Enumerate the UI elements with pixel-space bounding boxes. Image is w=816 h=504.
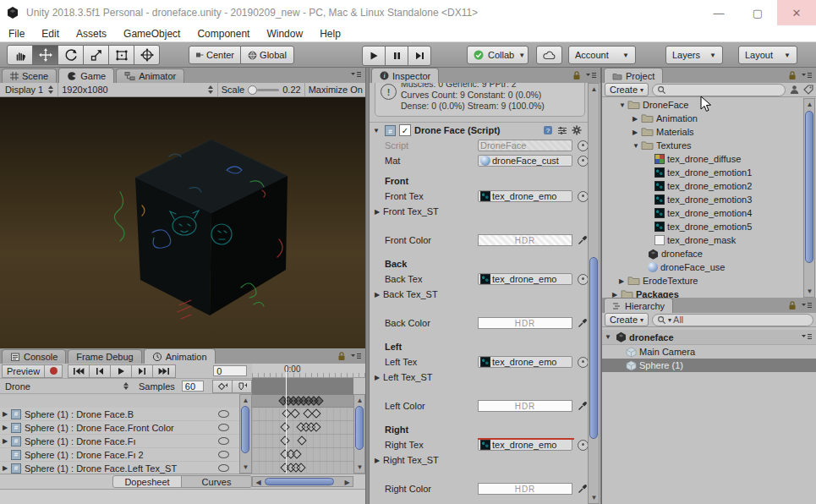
goto-end-button[interactable] bbox=[152, 364, 176, 378]
pause-button[interactable] bbox=[385, 46, 408, 66]
foldout-closed-icon[interactable]: ▶ bbox=[375, 208, 383, 216]
timeline-ruler[interactable]: 0:00 bbox=[252, 364, 365, 378]
scroll-up-icon[interactable]: ▲ bbox=[590, 85, 598, 93]
record-button[interactable] bbox=[44, 364, 63, 378]
scroll-down-icon[interactable]: ▼ bbox=[590, 494, 598, 501]
keyframe-diamond[interactable] bbox=[280, 422, 289, 431]
hierarchy-item-sphere-1-[interactable]: Sphere (1) bbox=[602, 359, 816, 372]
object-field[interactable]: DroneFace bbox=[478, 140, 572, 151]
scroll-down-icon[interactable]: ▼ bbox=[806, 288, 813, 295]
object-field[interactable]: tex_drone_emo bbox=[478, 190, 572, 202]
close-button[interactable]: ✕ bbox=[777, 0, 816, 25]
scroll-up-icon[interactable]: ▲ bbox=[356, 397, 364, 404]
keyframe-diamond[interactable] bbox=[297, 436, 306, 445]
panel-menu-icon[interactable] bbox=[350, 70, 362, 79]
keyframe-diamond[interactable] bbox=[280, 436, 289, 445]
foldout-closed-icon[interactable]: ▶ bbox=[633, 129, 641, 136]
component-header[interactable]: ▼ # ✓ Drone Face (Script) ? bbox=[370, 122, 589, 138]
project-item-ErodeTexture[interactable]: ▶ErodeTexture bbox=[602, 274, 802, 288]
layers-dropdown[interactable]: Layers ▼ bbox=[665, 46, 723, 64]
goto-start-button[interactable] bbox=[68, 364, 90, 378]
maximize-button[interactable]: ▢ bbox=[738, 0, 777, 25]
playhead[interactable] bbox=[286, 366, 287, 485]
scroll-down-icon[interactable]: ▼ bbox=[356, 463, 364, 471]
panel-menu-icon[interactable] bbox=[585, 71, 597, 79]
foldout-closed-icon[interactable]: ▶ bbox=[3, 464, 11, 472]
project-item-tex_drone_emotion1[interactable]: tex_drone_emotion1 bbox=[602, 166, 802, 179]
foldout-closed-icon[interactable]: ▶ bbox=[375, 291, 383, 299]
tab-game[interactable]: Game bbox=[58, 68, 114, 83]
scrollbar-thumb[interactable] bbox=[355, 406, 364, 450]
hand-tool-button[interactable] bbox=[7, 45, 33, 65]
foldout-closed-icon[interactable]: ▶ bbox=[619, 277, 627, 285]
tab-scene[interactable]: Scene bbox=[2, 68, 57, 83]
layout-dropdown[interactable]: Layout ▼ bbox=[738, 46, 797, 64]
hdr-color-field[interactable]: HDR bbox=[478, 400, 572, 412]
tab-animation[interactable]: Animation bbox=[144, 348, 216, 364]
preview-button[interactable]: Preview bbox=[2, 364, 45, 378]
dopesheet-row[interactable] bbox=[252, 448, 353, 462]
foldout-open-icon[interactable]: ▼ bbox=[373, 127, 381, 134]
space-global-button[interactable]: Global bbox=[240, 46, 294, 64]
play-button[interactable] bbox=[362, 46, 386, 66]
project-item-tex_drone_emotion5[interactable]: tex_drone_emotion5 bbox=[602, 220, 802, 233]
eyedropper-icon[interactable] bbox=[578, 484, 588, 494]
animated-property-row[interactable]: #Sphere (1) : Drone Face.Fı 2 bbox=[0, 448, 239, 462]
tab-project[interactable]: Project bbox=[604, 68, 663, 83]
scrollbar-thumb[interactable] bbox=[241, 406, 249, 453]
rect-tool-button[interactable] bbox=[108, 45, 134, 65]
project-scrollbar[interactable]: ▲ ▼ bbox=[803, 98, 815, 298]
minimize-button[interactable]: — bbox=[699, 0, 738, 25]
search-input[interactable]: ▾ All bbox=[652, 314, 813, 326]
help-icon[interactable]: ? bbox=[543, 125, 553, 135]
dopesheet-summary-row[interactable] bbox=[252, 395, 353, 408]
lock-icon[interactable] bbox=[572, 70, 581, 80]
menu-component[interactable]: Component bbox=[189, 28, 258, 40]
step-button[interactable] bbox=[408, 46, 431, 66]
foldout-closed-icon[interactable]: ▶ bbox=[3, 424, 11, 431]
project-item-tex_drone_emotion4[interactable]: tex_drone_emotion4 bbox=[602, 206, 802, 220]
foldout-open-icon[interactable]: ▼ bbox=[633, 142, 641, 150]
animated-property-row[interactable]: ▶#Sphere (1) : Drone Face.B bbox=[0, 408, 239, 421]
tab-console[interactable]: Console bbox=[2, 349, 66, 364]
collab-dropdown[interactable]: Collab ▼ bbox=[467, 46, 528, 64]
hdr-color-field[interactable]: HDR bbox=[478, 317, 572, 329]
project-item-tex_drone_mask[interactable]: tex_drone_mask bbox=[602, 233, 802, 247]
frame-field[interactable]: 0 bbox=[213, 365, 247, 376]
lock-icon[interactable] bbox=[788, 300, 797, 310]
tab-animator[interactable]: Animator bbox=[116, 68, 184, 83]
scrollbar-thumb[interactable] bbox=[805, 111, 813, 263]
dopesheet-tab[interactable]: Dopesheet bbox=[112, 475, 182, 488]
next-frame-button[interactable] bbox=[131, 364, 153, 378]
search-input[interactable] bbox=[652, 84, 786, 96]
inspector-scrollbar[interactable]: ▲ ▼ bbox=[588, 83, 600, 504]
foldout-closed-icon[interactable]: ▶ bbox=[3, 437, 11, 445]
add-event-button[interactable] bbox=[232, 380, 252, 393]
dopesheet-hscrollbar[interactable]: ◀ ▶ bbox=[252, 476, 353, 487]
menu-file[interactable]: File bbox=[0, 28, 33, 40]
scroll-down-icon[interactable]: ▼ bbox=[242, 463, 249, 471]
hdr-color-field[interactable]: HDR bbox=[478, 234, 572, 246]
foldout-closed-icon[interactable]: ▶ bbox=[612, 291, 621, 299]
properties-scrollbar[interactable]: ▲ ▼ bbox=[239, 394, 252, 474]
label-tag-icon[interactable] bbox=[803, 85, 813, 95]
collab-person-icon[interactable] bbox=[789, 85, 800, 95]
menu-window[interactable]: Window bbox=[258, 28, 311, 40]
scene-header-row[interactable]: ▼ droneface bbox=[602, 330, 816, 345]
scroll-right-icon[interactable]: ▶ bbox=[343, 479, 351, 486]
eyedropper-icon[interactable] bbox=[578, 401, 588, 411]
foldout-closed-icon[interactable]: ▶ bbox=[3, 410, 11, 418]
scrollbar-thumb[interactable] bbox=[589, 257, 598, 439]
scroll-left-icon[interactable]: ◀ bbox=[255, 479, 262, 486]
keyframe-diamond[interactable] bbox=[290, 408, 299, 418]
pivot-center-button[interactable]: Center bbox=[189, 46, 241, 64]
account-dropdown[interactable]: Account ▼ bbox=[568, 46, 636, 64]
maximize-toggle[interactable]: Maximize On bbox=[309, 85, 363, 95]
create-button[interactable]: Create ▾ bbox=[605, 313, 649, 326]
lock-icon[interactable] bbox=[337, 351, 346, 361]
clip-dropdown[interactable]: Drone bbox=[5, 381, 30, 392]
project-item-Materials[interactable]: ▶Materials bbox=[602, 125, 802, 139]
project-item-tex_drone_diffuse[interactable]: tex_drone_diffuse bbox=[602, 152, 802, 166]
tab-frame-debug[interactable]: Frame Debug bbox=[68, 349, 141, 364]
menu-assets[interactable]: Assets bbox=[68, 28, 115, 40]
